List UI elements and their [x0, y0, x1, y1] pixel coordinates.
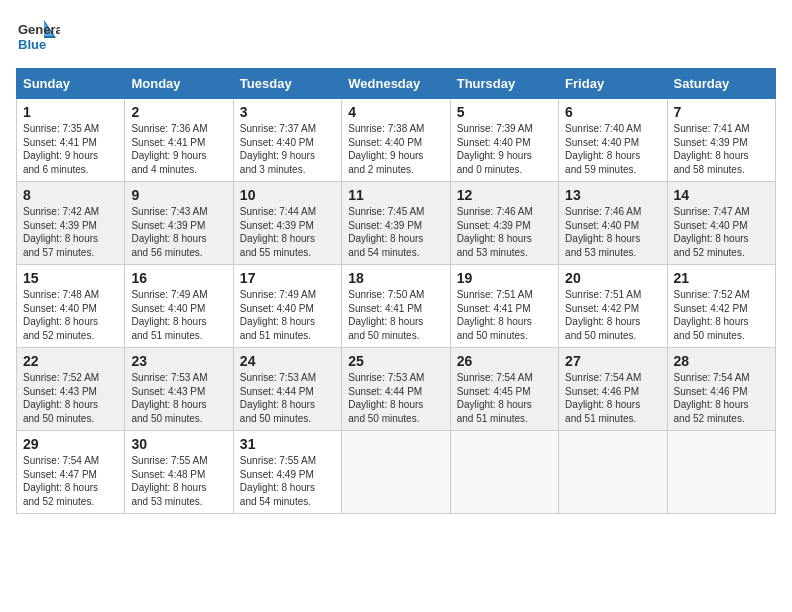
- day-header-wednesday: Wednesday: [342, 69, 450, 99]
- day-header-friday: Friday: [559, 69, 667, 99]
- day-info: Sunrise: 7:46 AMSunset: 4:39 PMDaylight:…: [457, 205, 552, 259]
- logo-svg: GeneralBlue: [16, 16, 60, 60]
- day-number: 7: [674, 104, 769, 120]
- day-info: Sunrise: 7:54 AMSunset: 4:46 PMDaylight:…: [674, 371, 769, 425]
- table-row: 10Sunrise: 7:44 AMSunset: 4:39 PMDayligh…: [233, 182, 341, 265]
- day-number: 17: [240, 270, 335, 286]
- day-number: 13: [565, 187, 660, 203]
- day-number: 11: [348, 187, 443, 203]
- day-info: Sunrise: 7:55 AMSunset: 4:49 PMDaylight:…: [240, 454, 335, 508]
- table-row: 27Sunrise: 7:54 AMSunset: 4:46 PMDayligh…: [559, 348, 667, 431]
- table-row: 24Sunrise: 7:53 AMSunset: 4:44 PMDayligh…: [233, 348, 341, 431]
- day-number: 18: [348, 270, 443, 286]
- table-row: 12Sunrise: 7:46 AMSunset: 4:39 PMDayligh…: [450, 182, 558, 265]
- day-number: 2: [131, 104, 226, 120]
- day-info: Sunrise: 7:43 AMSunset: 4:39 PMDaylight:…: [131, 205, 226, 259]
- table-row: [559, 431, 667, 514]
- day-info: Sunrise: 7:41 AMSunset: 4:39 PMDaylight:…: [674, 122, 769, 176]
- day-number: 6: [565, 104, 660, 120]
- day-info: Sunrise: 7:38 AMSunset: 4:40 PMDaylight:…: [348, 122, 443, 176]
- day-info: Sunrise: 7:53 AMSunset: 4:44 PMDaylight:…: [240, 371, 335, 425]
- table-row: [450, 431, 558, 514]
- table-row: [667, 431, 775, 514]
- day-info: Sunrise: 7:49 AMSunset: 4:40 PMDaylight:…: [240, 288, 335, 342]
- calendar-week-row: 29Sunrise: 7:54 AMSunset: 4:47 PMDayligh…: [17, 431, 776, 514]
- table-row: 16Sunrise: 7:49 AMSunset: 4:40 PMDayligh…: [125, 265, 233, 348]
- day-info: Sunrise: 7:47 AMSunset: 4:40 PMDaylight:…: [674, 205, 769, 259]
- day-info: Sunrise: 7:52 AMSunset: 4:42 PMDaylight:…: [674, 288, 769, 342]
- day-info: Sunrise: 7:37 AMSunset: 4:40 PMDaylight:…: [240, 122, 335, 176]
- day-info: Sunrise: 7:55 AMSunset: 4:48 PMDaylight:…: [131, 454, 226, 508]
- table-row: 4Sunrise: 7:38 AMSunset: 4:40 PMDaylight…: [342, 99, 450, 182]
- day-number: 4: [348, 104, 443, 120]
- day-number: 24: [240, 353, 335, 369]
- day-number: 5: [457, 104, 552, 120]
- table-row: 3Sunrise: 7:37 AMSunset: 4:40 PMDaylight…: [233, 99, 341, 182]
- table-row: 1Sunrise: 7:35 AMSunset: 4:41 PMDaylight…: [17, 99, 125, 182]
- day-number: 25: [348, 353, 443, 369]
- day-info: Sunrise: 7:46 AMSunset: 4:40 PMDaylight:…: [565, 205, 660, 259]
- table-row: 13Sunrise: 7:46 AMSunset: 4:40 PMDayligh…: [559, 182, 667, 265]
- table-row: 6Sunrise: 7:40 AMSunset: 4:40 PMDaylight…: [559, 99, 667, 182]
- calendar-table: SundayMondayTuesdayWednesdayThursdayFrid…: [16, 68, 776, 514]
- day-number: 1: [23, 104, 118, 120]
- table-row: 22Sunrise: 7:52 AMSunset: 4:43 PMDayligh…: [17, 348, 125, 431]
- table-row: 17Sunrise: 7:49 AMSunset: 4:40 PMDayligh…: [233, 265, 341, 348]
- day-number: 12: [457, 187, 552, 203]
- day-number: 19: [457, 270, 552, 286]
- calendar-week-row: 1Sunrise: 7:35 AMSunset: 4:41 PMDaylight…: [17, 99, 776, 182]
- day-info: Sunrise: 7:54 AMSunset: 4:47 PMDaylight:…: [23, 454, 118, 508]
- day-number: 22: [23, 353, 118, 369]
- day-header-thursday: Thursday: [450, 69, 558, 99]
- day-number: 10: [240, 187, 335, 203]
- day-info: Sunrise: 7:40 AMSunset: 4:40 PMDaylight:…: [565, 122, 660, 176]
- day-info: Sunrise: 7:52 AMSunset: 4:43 PMDaylight:…: [23, 371, 118, 425]
- day-header-saturday: Saturday: [667, 69, 775, 99]
- calendar-week-row: 8Sunrise: 7:42 AMSunset: 4:39 PMDaylight…: [17, 182, 776, 265]
- day-info: Sunrise: 7:50 AMSunset: 4:41 PMDaylight:…: [348, 288, 443, 342]
- table-row: 19Sunrise: 7:51 AMSunset: 4:41 PMDayligh…: [450, 265, 558, 348]
- day-info: Sunrise: 7:36 AMSunset: 4:41 PMDaylight:…: [131, 122, 226, 176]
- day-number: 8: [23, 187, 118, 203]
- day-number: 21: [674, 270, 769, 286]
- table-row: 25Sunrise: 7:53 AMSunset: 4:44 PMDayligh…: [342, 348, 450, 431]
- day-info: Sunrise: 7:49 AMSunset: 4:40 PMDaylight:…: [131, 288, 226, 342]
- day-number: 16: [131, 270, 226, 286]
- day-number: 29: [23, 436, 118, 452]
- day-header-sunday: Sunday: [17, 69, 125, 99]
- day-header-tuesday: Tuesday: [233, 69, 341, 99]
- table-row: 7Sunrise: 7:41 AMSunset: 4:39 PMDaylight…: [667, 99, 775, 182]
- table-row: 29Sunrise: 7:54 AMSunset: 4:47 PMDayligh…: [17, 431, 125, 514]
- table-row: 14Sunrise: 7:47 AMSunset: 4:40 PMDayligh…: [667, 182, 775, 265]
- table-row: 5Sunrise: 7:39 AMSunset: 4:40 PMDaylight…: [450, 99, 558, 182]
- day-info: Sunrise: 7:35 AMSunset: 4:41 PMDaylight:…: [23, 122, 118, 176]
- table-row: [342, 431, 450, 514]
- table-row: 8Sunrise: 7:42 AMSunset: 4:39 PMDaylight…: [17, 182, 125, 265]
- day-info: Sunrise: 7:42 AMSunset: 4:39 PMDaylight:…: [23, 205, 118, 259]
- day-info: Sunrise: 7:54 AMSunset: 4:46 PMDaylight:…: [565, 371, 660, 425]
- table-row: 2Sunrise: 7:36 AMSunset: 4:41 PMDaylight…: [125, 99, 233, 182]
- table-row: 15Sunrise: 7:48 AMSunset: 4:40 PMDayligh…: [17, 265, 125, 348]
- day-number: 15: [23, 270, 118, 286]
- day-info: Sunrise: 7:45 AMSunset: 4:39 PMDaylight:…: [348, 205, 443, 259]
- day-info: Sunrise: 7:51 AMSunset: 4:42 PMDaylight:…: [565, 288, 660, 342]
- table-row: 26Sunrise: 7:54 AMSunset: 4:45 PMDayligh…: [450, 348, 558, 431]
- day-info: Sunrise: 7:54 AMSunset: 4:45 PMDaylight:…: [457, 371, 552, 425]
- logo: GeneralBlue: [16, 16, 60, 60]
- day-number: 3: [240, 104, 335, 120]
- day-info: Sunrise: 7:48 AMSunset: 4:40 PMDaylight:…: [23, 288, 118, 342]
- day-number: 31: [240, 436, 335, 452]
- svg-text:Blue: Blue: [18, 37, 46, 52]
- day-number: 28: [674, 353, 769, 369]
- header: GeneralBlue: [16, 16, 776, 60]
- day-info: Sunrise: 7:39 AMSunset: 4:40 PMDaylight:…: [457, 122, 552, 176]
- day-header-monday: Monday: [125, 69, 233, 99]
- day-info: Sunrise: 7:51 AMSunset: 4:41 PMDaylight:…: [457, 288, 552, 342]
- table-row: 18Sunrise: 7:50 AMSunset: 4:41 PMDayligh…: [342, 265, 450, 348]
- table-row: 30Sunrise: 7:55 AMSunset: 4:48 PMDayligh…: [125, 431, 233, 514]
- table-row: 20Sunrise: 7:51 AMSunset: 4:42 PMDayligh…: [559, 265, 667, 348]
- table-row: 11Sunrise: 7:45 AMSunset: 4:39 PMDayligh…: [342, 182, 450, 265]
- table-row: 23Sunrise: 7:53 AMSunset: 4:43 PMDayligh…: [125, 348, 233, 431]
- day-number: 23: [131, 353, 226, 369]
- calendar-week-row: 22Sunrise: 7:52 AMSunset: 4:43 PMDayligh…: [17, 348, 776, 431]
